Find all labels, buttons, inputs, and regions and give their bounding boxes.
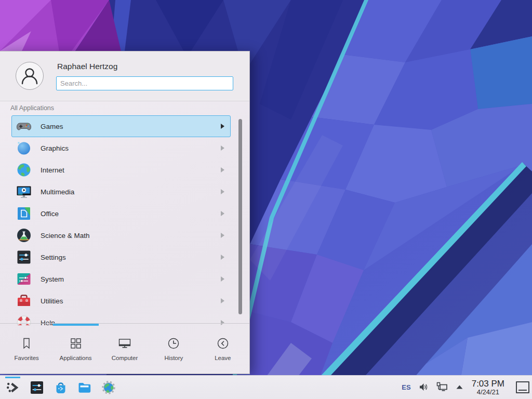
multimedia-icon [16,183,32,200]
user-icon [16,62,43,89]
launcher-tab-bar: Favorites Applications [0,323,249,374]
submenu-arrow-icon [220,276,225,282]
launcher-header: Raphael Hertzog [0,51,249,101]
folder-icon [77,380,92,395]
show-desktop-glyph [518,390,527,391]
menu-item-multimedia[interactable]: Multimedia [11,181,231,203]
desktop: Raphael Hertzog All Applications [0,0,532,399]
graphics-icon [16,140,32,156]
keyboard-layout-indicator[interactable]: ES [402,383,410,391]
search-box [56,76,233,90]
search-input[interactable] [57,77,233,90]
application-launcher-menu: Raphael Hertzog All Applications [0,51,250,374]
menu-item-games[interactable]: Games [11,115,231,137]
submenu-arrow-icon [220,210,225,217]
submenu-arrow-icon [220,145,225,151]
avatar[interactable] [16,62,44,90]
favorites-icon [19,336,34,351]
category-list: Games Graphics [11,115,231,325]
globe-gear-icon [101,380,116,395]
tab-favorites[interactable]: Favorites [2,324,51,374]
web-browser-button[interactable] [101,380,116,395]
submenu-arrow-icon [220,189,225,195]
tab-leave[interactable]: Leave [198,324,247,374]
tab-applications[interactable]: Applications [51,324,100,374]
expand-tray-icon[interactable] [456,384,463,390]
user-name: Raphael Hertzog [57,62,117,71]
submenu-arrow-icon [220,232,225,238]
menu-item-science-math[interactable]: Science & Math [11,224,231,246]
digital-clock[interactable]: 7:03 PM 4/24/21 [472,379,504,395]
applications-icon [69,336,83,351]
games-icon [16,118,32,135]
volume-icon[interactable] [418,382,429,392]
discover-button[interactable] [53,380,69,395]
menu-item-office[interactable]: Office [11,203,231,224]
submenu-arrow-icon [220,254,225,260]
tab-computer[interactable]: Computer [100,324,149,374]
scrollbar[interactable] [238,119,242,314]
computer-icon [117,336,132,351]
settings-icon [16,249,32,265]
wired-network-icon[interactable] [436,381,448,393]
active-tab-indicator [53,324,99,326]
kde-launcher-icon [5,380,21,395]
taskbar: ES 7:03 PM 4/24/21 [0,375,532,399]
submenu-arrow-icon [220,167,225,173]
history-icon [166,336,181,351]
utilities-icon [16,292,32,309]
tab-history[interactable]: History [149,324,198,374]
menu-item-settings[interactable]: Settings [11,246,231,268]
menu-item-internet[interactable]: Internet [11,159,231,181]
office-icon [16,205,32,222]
launcher-button[interactable] [5,380,21,395]
menu-item-utilities[interactable]: Utilities [11,290,231,312]
file-manager-button[interactable] [77,380,92,395]
leave-icon [216,336,230,351]
system-settings-icon [29,380,45,395]
system-settings-button[interactable] [29,380,45,395]
show-desktop-button[interactable] [516,381,529,393]
clock-time: 7:03 PM [472,379,504,389]
menu-item-system[interactable]: System [11,268,231,290]
section-label: All Applications [10,104,54,112]
submenu-arrow-icon [220,298,225,304]
internet-icon [16,162,32,178]
science-icon [16,227,32,244]
active-task-indicator [5,377,20,378]
submenu-arrow-icon [220,123,225,129]
menu-item-graphics[interactable]: Graphics [11,137,231,159]
discover-icon [53,380,69,395]
clock-date: 4/24/21 [472,389,504,396]
system-icon [16,271,32,287]
